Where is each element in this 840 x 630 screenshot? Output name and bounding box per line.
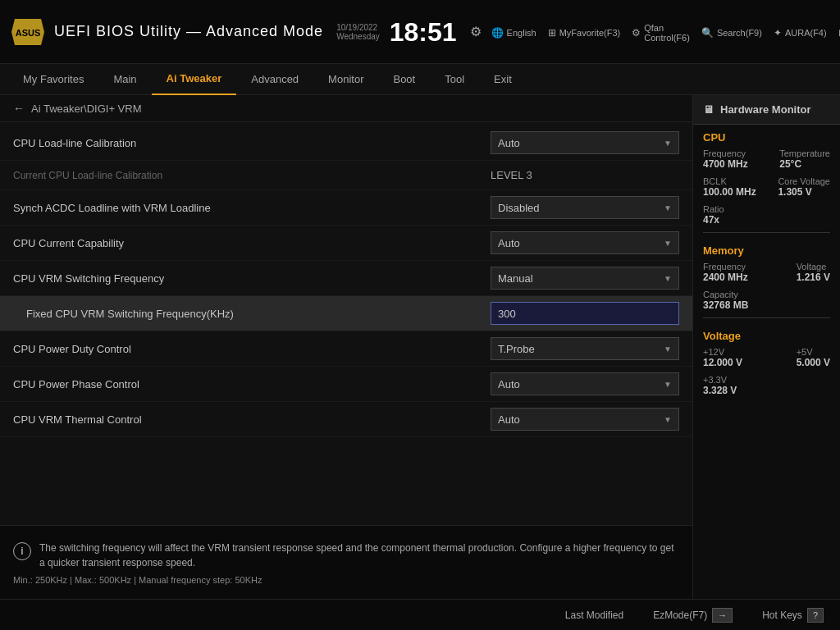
hw-mem-volt-label: Voltage [797,262,830,272]
hw-mem-freq-row: Frequency 2400 MHz Voltage 1.216 V [693,260,840,285]
setting-label-cpu-load-line: CPU Load-line Calibration [13,137,491,149]
hw-cpu-freq: Frequency 4700 MHz [703,148,748,170]
setting-label-cpu-power-phase: CPU Power Phase Control [13,378,491,390]
setting-row-cpu-vrm-thermal[interactable]: CPU VRM Thermal ControlAuto▼ [0,402,692,437]
setting-row-cpu-power-phase[interactable]: CPU Power Phase ControlAuto▼ [0,367,692,402]
setting-dropdown-cpu-power-phase[interactable]: Auto▼ [491,372,679,395]
setting-label-cpu-power-duty: CPU Power Duty Control [13,343,491,355]
breadcrumb: ← Ai Tweaker\DIGI+ VRM [0,95,692,122]
hw-v12: +12V 12.000 V [703,347,742,368]
hw-mem-volt-value: 1.216 V [797,272,830,283]
ezmode-arrow-icon: → [712,608,733,623]
dropdown-chevron-cpu-load-line: ▼ [664,139,672,148]
setting-row-cpu-power-duty[interactable]: CPU Power Duty ControlT.Probe▼ [0,331,692,367]
toolbar-items: 🌐English⊞MyFavorite(F3)⚙Qfan Control(F6)… [491,23,840,43]
info-bar: i The switching frequency will affect th… [0,525,692,599]
hw-cpu-bclk-value: 100.00 MHz [703,186,756,198]
hw-mem-cap-label: Capacity [703,290,748,299]
logo-area: ASUS UEFI BIOS Utility — Advanced Mode [8,16,323,48]
toolbar-item-aura[interactable]: ✦AURA(F4) [774,27,827,39]
setting-row-cpu-current-cap[interactable]: CPU Current CapabilityAuto▼ [0,226,692,261]
hw-divider-2 [703,317,830,318]
setting-row-cpu-load-line[interactable]: CPU Load-line CalibrationAuto▼ [0,126,692,161]
datetime-block: 10/19/2022Wednesday [336,23,380,41]
breadcrumb-back-icon[interactable]: ← [13,102,25,115]
hw-cpu-corevolt-value: 1.305 V [778,186,830,198]
nav-tab-advanced[interactable]: Advanced [236,64,313,95]
setting-dropdown-cpu-load-line[interactable]: Auto▼ [491,131,679,154]
hw-v12-value: 12.000 V [703,357,742,368]
nav-tab-favorites[interactable]: My Favorites [8,64,98,95]
info-icon-row: i The switching frequency will affect th… [13,541,679,570]
toolbar-icon-search: 🔍 [701,27,714,39]
hw-v33-value: 3.328 V [703,385,737,396]
hw-cpu-temp-value: 25°C [779,158,830,170]
asus-logo-icon: ASUS [8,16,48,48]
dropdown-chevron-cpu-power-duty: ▼ [664,345,672,354]
nav-tab-main[interactable]: Main [98,64,151,95]
datetime-row: 10/19/2022Wednesday 18:51 ⚙ 🌐English⊞MyF… [336,19,840,45]
hw-cpu-temp: Temperature 25°C [779,148,830,170]
hw-mem-cap-value: 32768 MB [703,299,748,311]
dropdown-chevron-synch-acdc: ▼ [664,203,672,212]
nav-tab-aitweaker[interactable]: Ai Tweaker [152,64,237,95]
time-display: 18:51 [390,19,457,45]
setting-row-fixed-cpu-vrm-sw-freq[interactable]: Fixed CPU VRM Switching Frequency(KHz) [0,296,692,331]
toolbar-item-qfan[interactable]: ⚙Qfan Control(F6) [632,23,690,43]
hw-divider-1 [703,232,830,233]
hotkeys-button[interactable]: Hot Keys ? [756,605,830,626]
hw-cpu-ratio: Ratio 47x [703,204,724,226]
settings-icon[interactable]: ⚙ [470,24,482,39]
nav-tab-tool[interactable]: Tool [430,64,479,95]
hw-mem-freq-label: Frequency [703,262,748,272]
main-layout: ← Ai Tweaker\DIGI+ VRM CPU Load-line Cal… [0,95,840,599]
hw-cpu-freq-value: 4700 MHz [703,158,748,170]
setting-input-fixed-cpu-vrm-sw-freq[interactable] [491,302,679,325]
nav-tab-exit[interactable]: Exit [479,64,527,95]
hw-v5-value: 5.000 V [797,357,830,368]
nav-tab-boot[interactable]: Boot [378,64,430,95]
setting-dropdown-cpu-power-duty[interactable]: T.Probe▼ [491,337,679,360]
setting-dropdown-cpu-vrm-sw-freq[interactable]: Manual▼ [491,267,679,290]
toolbar-icon-aura: ✦ [774,27,782,39]
last-modified-button[interactable]: Last Modified [559,606,630,624]
setting-row-synch-acdc[interactable]: Synch ACDC Loadline with VRM LoadlineDis… [0,190,692,226]
setting-dropdown-synch-acdc[interactable]: Disabled▼ [491,196,679,219]
dropdown-chevron-cpu-power-phase: ▼ [664,380,672,389]
hw-v33-label: +3.3V [703,375,737,385]
toolbar-item-search[interactable]: 🔍Search(F9) [701,27,762,39]
hotkeys-questionmark-icon: ? [807,608,824,623]
hw-v12-row: +12V 12.000 V +5V 5.000 V [693,345,840,370]
header: ASUS UEFI BIOS Utility — Advanced Mode 1… [0,0,840,64]
hw-mem-volt: Voltage 1.216 V [797,262,830,283]
app-title: UEFI BIOS Utility — Advanced Mode [54,23,323,40]
header-right: 10/19/2022Wednesday 18:51 ⚙ 🌐English⊞MyF… [336,19,840,45]
hw-v12-label: +12V [703,347,742,357]
setting-row-current-cpu-load-line[interactable]: Current CPU Load-line CalibrationLEVEL 3 [0,161,692,190]
date-display: 10/19/2022Wednesday [336,23,380,41]
setting-row-cpu-vrm-sw-freq[interactable]: CPU VRM Switching FrequencyManual▼ [0,261,692,296]
hw-v33-row: +3.3V 3.328 V [693,373,840,398]
hw-v5: +5V 5.000 V [797,347,830,368]
setting-dropdown-cpu-vrm-thermal[interactable]: Auto▼ [491,408,679,431]
hw-cpu-ratio-value: 47x [703,214,724,226]
setting-label-cpu-current-cap: CPU Current Capability [13,237,491,249]
info-description: The switching frequency will affect the … [39,541,679,570]
hw-cpu-corevolt-label: Core Voltage [778,176,830,186]
hw-mem-capacity: Capacity 32768 MB [703,290,748,311]
hw-v5-label: +5V [797,347,830,357]
nav-tab-monitor[interactable]: Monitor [313,64,378,95]
hw-monitor-icon: 🖥 [703,103,714,116]
toolbar-item-language[interactable]: 🌐English [491,27,536,39]
setting-dropdown-cpu-current-cap[interactable]: Auto▼ [491,231,679,254]
hw-cpu-bclk-row: BCLK 100.00 MHz Core Voltage 1.305 V [693,175,840,199]
hw-cpu-ratio-row: Ratio 47x [693,203,840,227]
toolbar-icon-myfavorite: ⊞ [548,27,556,39]
info-icon: i [13,542,31,560]
setting-label-fixed-cpu-vrm-sw-freq: Fixed CPU VRM Switching Frequency(KHz) [26,308,491,320]
toolbar-item-myfavorite[interactable]: ⊞MyFavorite(F3) [548,27,621,39]
hw-cpu-bclk-label: BCLK [703,176,756,186]
hw-memory-title: Memory [693,238,840,260]
ezmode-button[interactable]: EzMode(F7) → [646,605,739,626]
hw-cpu-freq-label: Frequency [703,148,748,158]
